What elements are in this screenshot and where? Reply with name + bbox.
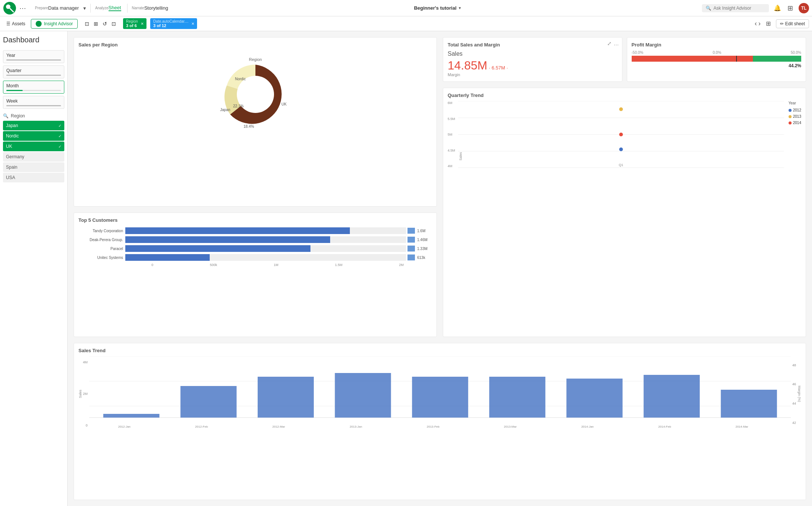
trend-y-right-label: Margin (%): [798, 386, 801, 402]
filter-quarter-slider[interactable]: [6, 75, 61, 76]
region-item-spain[interactable]: Spain: [3, 162, 64, 172]
filter-month[interactable]: Month: [3, 81, 64, 94]
nav-separator-1: [90, 4, 91, 13]
svg-text:2014-Feb: 2014-Feb: [658, 425, 671, 428]
bar-fill-paracel: [125, 245, 310, 252]
app-name[interactable]: Beginner's tutorial ▾: [414, 5, 460, 11]
sales-per-region-card: Sales per Region Region Nordic Japan: [74, 37, 437, 207]
x-label-2m: 2M: [399, 263, 404, 267]
region-item-germany[interactable]: Germany: [3, 152, 64, 162]
quarterly-y-axis: 6M 5.5M 5M 4.5M 4M: [448, 101, 457, 168]
nav-analyze[interactable]: Analyze Sheet: [92, 5, 124, 11]
legend-2012: 2012: [789, 108, 801, 112]
year-legend-label: Year: [789, 101, 801, 105]
svg-rect-31: [566, 379, 622, 418]
svg-rect-27: [258, 377, 314, 418]
bar-x-axis: 0 500k 1M 1.5M 2M: [78, 263, 432, 267]
x-label-1m: 1M: [274, 263, 278, 267]
toolbar-icon-1[interactable]: ⊡: [83, 19, 91, 29]
qlik-logo[interactable]: [3, 1, 16, 15]
svg-point-16: [619, 107, 623, 111]
toolbar-icon-4[interactable]: ⊡: [110, 19, 118, 29]
bar-track-paracel: [125, 245, 406, 252]
nav-narrate[interactable]: Narrate Storytelling: [129, 5, 171, 11]
filter-week[interactable]: Week: [3, 96, 64, 109]
svg-text:Japan: Japan: [220, 108, 230, 112]
filter-quarter[interactable]: Quarter: [3, 65, 64, 78]
quarterly-plot: Q1 Sales: [458, 101, 784, 169]
region-item-uk[interactable]: UK ✓: [3, 142, 64, 151]
nav-prepare-dropdown[interactable]: ▾: [83, 5, 86, 11]
more-options-icon[interactable]: …: [614, 40, 619, 46]
x-label-15m: 1.5M: [335, 263, 342, 267]
assets-button[interactable]: ☰ Assets: [3, 19, 29, 28]
bar-row-tandy: Tandy Corporation 1.6M: [78, 227, 432, 234]
filter-year[interactable]: Year: [3, 50, 64, 63]
region-japan-check-icon: ✓: [58, 124, 61, 128]
bar-value-tandy: 1.6M: [417, 229, 432, 233]
svg-rect-29: [412, 377, 468, 418]
nav-dots-icon[interactable]: ⋯: [19, 4, 26, 12]
legend-label-2013: 2013: [793, 114, 801, 119]
svg-text:2013-Mar: 2013-Mar: [504, 425, 517, 428]
filter-week-slider[interactable]: [6, 105, 61, 106]
toolbar-icon-2[interactable]: ⊞: [92, 19, 100, 29]
prev-sheet-icon[interactable]: ‹: [755, 20, 757, 27]
svg-text:2012-Mar: 2012-Mar: [272, 425, 285, 428]
toolbar-icon-3[interactable]: ↺: [101, 19, 109, 29]
filter-chip-region[interactable]: Region 3 of 6 ×: [123, 18, 146, 29]
profit-bar-green: [753, 56, 801, 62]
edit-sheet-label: Edit sheet: [785, 21, 805, 26]
nav-narrate-sub: Narrate: [132, 6, 144, 10]
profit-bar-marker: [736, 56, 737, 62]
edit-sheet-button[interactable]: ✏ Edit sheet: [776, 19, 809, 28]
total-sales-value: 14.85M: [448, 59, 487, 72]
insight-advisor-icon: [36, 21, 42, 27]
region-uk-label: UK: [6, 144, 12, 149]
filter-chip-date[interactable]: Date.autoCalendar.... 3 of 12 ×: [150, 18, 197, 29]
search-input[interactable]: [713, 6, 765, 11]
grid-layout-icon[interactable]: ⊞: [766, 20, 771, 27]
sales-label: Sales: [448, 51, 618, 57]
expand-icon[interactable]: ⤢: [607, 40, 612, 46]
legend-2014: 2014: [789, 121, 801, 125]
filter-month-slider[interactable]: [6, 90, 61, 91]
profit-axis-right: 50.0%: [791, 51, 801, 55]
profit-bar-red: [632, 56, 753, 62]
search-box[interactable]: 🔍: [702, 4, 769, 12]
quarterly-chart-area: 6M 5.5M 5M 4.5M 4M: [448, 101, 801, 169]
next-sheet-icon[interactable]: ›: [758, 20, 761, 27]
bar-row-paracel: Paracel 1.33M: [78, 245, 432, 252]
nav-prepare-main: Data manager: [48, 5, 79, 11]
filter-chip-date-close-icon[interactable]: ×: [191, 21, 194, 26]
region-item-nordic[interactable]: Nordic ✓: [3, 131, 64, 141]
avatar[interactable]: TL: [799, 3, 809, 13]
app-name-label: Beginner's tutorial: [414, 5, 456, 11]
sales-trend-plot: 2012-Jan 2012-Feb 2012-Mar 2013-Jan 2013…: [89, 356, 791, 432]
quarterly-svg: Q1 Sales: [458, 101, 784, 168]
nav-separator-2: [127, 4, 128, 13]
insight-advisor-button[interactable]: Insight Advisor: [31, 19, 78, 29]
legend-dot-2012: [789, 109, 792, 112]
svg-text:18.4%: 18.4%: [244, 124, 254, 129]
bell-icon[interactable]: 🔔: [773, 4, 782, 12]
region-section: 🔍 Region Japan ✓ Nordic ✓ UK ✓ Germany S…: [3, 113, 64, 182]
profit-margin-title: Profit Margin: [632, 42, 802, 48]
sales-trend-svg: 2012-Jan 2012-Feb 2012-Mar 2013-Jan 2013…: [89, 356, 791, 431]
filter-chip-date-count: 3 of 12: [153, 23, 166, 28]
svg-text:UK: UK: [281, 102, 287, 106]
y-left-0: 0: [83, 424, 88, 427]
apps-grid-icon[interactable]: ⊞: [786, 4, 794, 12]
nav-prepare[interactable]: Prepare Data manager: [32, 5, 82, 11]
filter-chip-region-close-icon[interactable]: ×: [141, 21, 144, 26]
assets-icon: ☰: [6, 21, 10, 26]
bar-value-unitec: 613k: [417, 256, 432, 260]
region-item-japan[interactable]: Japan ✓: [3, 121, 64, 130]
region-japan-label: Japan: [6, 123, 18, 128]
svg-text:2014-Mar: 2014-Mar: [735, 425, 748, 428]
region-item-usa[interactable]: USA: [3, 173, 64, 182]
svg-text:Q1: Q1: [619, 163, 623, 167]
filter-year-slider[interactable]: [6, 59, 61, 61]
sales-per-region-title: Sales per Region: [78, 42, 432, 48]
bar-row-unitec: Unitec Systems 613k: [78, 254, 432, 261]
